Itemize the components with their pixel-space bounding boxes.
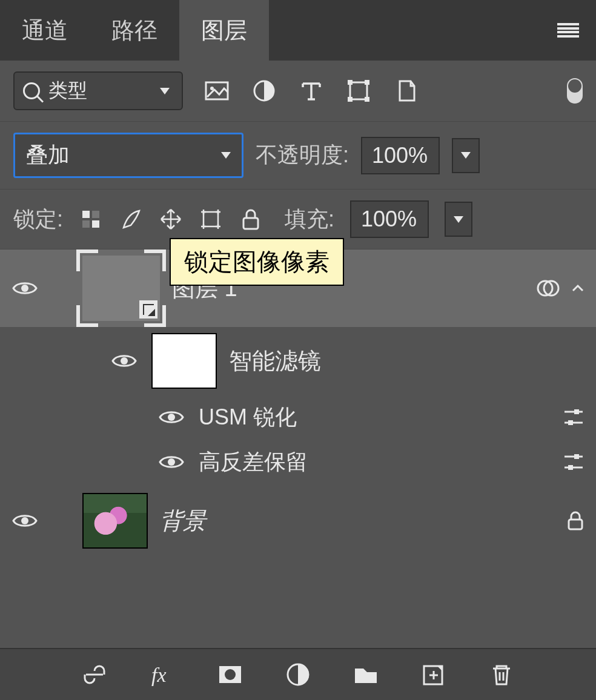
visibility-toggle[interactable] — [10, 277, 40, 299]
svg-rect-33 — [574, 454, 579, 459]
lock-fill-row: 锁定: 填充: 100% 锁定图像像素 — [0, 190, 596, 249]
svg-rect-11 — [92, 220, 99, 228]
svg-point-36 — [21, 517, 28, 524]
filter-name[interactable]: 高反差保留 — [199, 447, 548, 477]
smart-filters-label: 智能滤镜 — [229, 346, 586, 377]
filter-blending-icon[interactable] — [535, 276, 561, 301]
hamburger-icon — [557, 23, 579, 38]
visibility-toggle[interactable] — [109, 350, 139, 372]
lock-transparency-button[interactable] — [79, 207, 103, 231]
chevron-down-icon — [221, 152, 231, 159]
add-mask-button[interactable] — [216, 660, 245, 689]
lock-artboard-button[interactable] — [199, 207, 223, 231]
visibility-toggle[interactable] — [157, 406, 185, 428]
filter-name[interactable]: USM 锐化 — [199, 403, 548, 432]
tab-layers[interactable]: 图层 — [179, 0, 269, 61]
filter-options-icon[interactable] — [561, 449, 586, 475]
fill-label: 填充: — [285, 205, 334, 234]
blend-mode-dropdown[interactable]: 叠加 — [13, 133, 243, 178]
layer-list: 图层 1 智能滤镜 USM 锐化 高反差保留 — [0, 249, 596, 557]
svg-point-41 — [225, 669, 236, 680]
svg-rect-12 — [204, 212, 218, 226]
fill-value[interactable]: 100% — [350, 200, 429, 238]
collapse-button[interactable] — [569, 280, 586, 297]
lock-label: 锁定: — [13, 205, 63, 234]
lock-all-button[interactable] — [239, 207, 263, 231]
new-layer-button[interactable] — [419, 660, 448, 689]
filter-adjustment-layers[interactable] — [251, 78, 277, 104]
layer-thumbnail[interactable] — [82, 256, 160, 321]
layer-style-button[interactable]: fx — [148, 660, 177, 689]
layer-name[interactable]: 背景 — [160, 506, 552, 537]
blend-opacity-row: 叠加 不透明度: 100% — [0, 122, 596, 190]
layer-filter-row: 类型 — [0, 61, 596, 122]
chevron-down-icon — [461, 152, 471, 159]
filter-options-icon[interactable] — [561, 404, 586, 430]
layer-thumbnail[interactable] — [82, 493, 148, 549]
svg-text:fx: fx — [151, 664, 167, 686]
filter-shape-layers[interactable] — [345, 78, 372, 104]
svg-rect-3 — [350, 82, 367, 99]
svg-rect-7 — [365, 97, 369, 102]
search-icon — [23, 82, 40, 99]
tooltip: 锁定图像像素 — [170, 238, 344, 286]
smart-object-icon — [139, 300, 157, 319]
tab-paths[interactable]: 路径 — [90, 0, 179, 61]
filter-type-label: 类型 — [48, 78, 87, 104]
filter-row[interactable]: USM 锐化 — [0, 395, 596, 440]
svg-rect-9 — [92, 211, 99, 218]
filter-smart-objects[interactable] — [392, 78, 419, 104]
opacity-value[interactable]: 100% — [361, 137, 440, 174]
panel-menu-button[interactable] — [540, 0, 596, 61]
filter-toggle[interactable] — [567, 78, 583, 104]
filter-pixel-layers[interactable] — [204, 78, 230, 104]
svg-point-22 — [21, 285, 28, 292]
delete-layer-button[interactable] — [487, 660, 516, 689]
layers-bottom-toolbar: fx — [0, 648, 596, 700]
svg-rect-35 — [568, 465, 573, 470]
link-layers-button[interactable] — [80, 660, 109, 689]
visibility-toggle[interactable] — [10, 510, 40, 532]
svg-rect-37 — [569, 520, 582, 529]
svg-point-31 — [168, 458, 175, 466]
svg-point-25 — [121, 357, 128, 365]
layer-row[interactable]: 背景 — [0, 484, 596, 557]
blend-mode-value: 叠加 — [26, 140, 70, 170]
filter-type-layers[interactable] — [298, 78, 325, 104]
lock-pixels-button[interactable] — [119, 207, 143, 231]
svg-rect-4 — [348, 80, 353, 85]
lock-position-button[interactable] — [159, 207, 183, 231]
opacity-dropdown-button[interactable] — [452, 138, 480, 173]
svg-point-26 — [168, 414, 175, 421]
svg-rect-28 — [574, 409, 579, 414]
adjustment-layer-button[interactable] — [283, 660, 313, 689]
fill-dropdown-button[interactable] — [445, 202, 472, 237]
lock-icon[interactable] — [565, 510, 586, 532]
smart-filters-row[interactable]: 智能滤镜 — [0, 327, 596, 395]
chevron-down-icon — [454, 216, 463, 223]
svg-rect-8 — [82, 211, 90, 218]
panel-tabbar: 通道 路径 图层 — [0, 0, 596, 61]
svg-rect-30 — [568, 420, 573, 425]
filter-type-dropdown[interactable]: 类型 — [13, 71, 183, 110]
filter-mask-thumbnail[interactable] — [151, 333, 217, 389]
chevron-down-icon — [160, 88, 170, 94]
opacity-label: 不透明度: — [256, 140, 349, 170]
tab-channels[interactable]: 通道 — [0, 0, 90, 61]
filter-row[interactable]: 高反差保留 — [0, 440, 596, 484]
new-group-button[interactable] — [351, 660, 380, 689]
svg-rect-5 — [365, 80, 369, 85]
svg-rect-21 — [243, 218, 258, 229]
svg-rect-6 — [348, 97, 353, 102]
svg-rect-10 — [82, 220, 90, 228]
visibility-toggle[interactable] — [157, 451, 185, 473]
